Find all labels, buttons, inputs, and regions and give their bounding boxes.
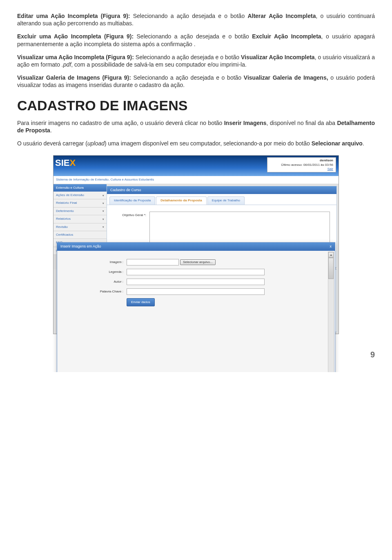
user-name: denilson bbox=[270, 158, 333, 163]
user-box: denilson Último acesso: 06/01/2011 às 03… bbox=[267, 157, 336, 172]
legenda-input[interactable] bbox=[127, 269, 265, 275]
sidebar-label: Certificados bbox=[56, 233, 73, 237]
paragraph-inserir-info: Para inserir imagens no cadastro de uma … bbox=[17, 119, 375, 134]
modal-title: Inserir Imagens em Ação bbox=[60, 244, 101, 249]
p3-lead: Visualizar uma Ação Incompleta (Figura 9… bbox=[17, 54, 136, 60]
logo-text-b: X bbox=[69, 158, 76, 168]
chevron-down-icon: ▾ bbox=[102, 217, 104, 221]
figure-wrapper: SIEX denilson Último acesso: 06/01/2011 … bbox=[17, 155, 375, 347]
logo-text-a: SIE bbox=[55, 158, 69, 168]
tab-identificacao[interactable]: Identificação da Proposta bbox=[109, 196, 155, 204]
p6-d: Selecionar arquivo bbox=[312, 140, 363, 147]
palavra-input[interactable] bbox=[127, 288, 265, 295]
paragraph-galeria: Visualizar Galeria de Imagens (Figura 9)… bbox=[17, 74, 375, 89]
heading-cadastro-imagens: CADASTRO DE IMAGENS bbox=[17, 96, 375, 114]
sidebar-item-relatorio[interactable]: Relatório Final▾ bbox=[53, 199, 107, 207]
paragraph-upload-info: O usuário deverá carregar (upload) uma i… bbox=[17, 140, 375, 147]
imagem-label: Imagem : bbox=[62, 260, 127, 264]
main-title: Cadastro de Curso bbox=[107, 186, 336, 194]
p4-lead: Visualizar Galeria de Imagens (Figura 9)… bbox=[17, 74, 134, 81]
sidebar-label: Deferimento bbox=[56, 209, 74, 213]
palavra-row: Palavra-Chave : bbox=[62, 288, 330, 295]
sidebar-item-certificados[interactable]: Certificados bbox=[53, 231, 107, 239]
siex-screenshot: SIEX denilson Último acesso: 06/01/2011 … bbox=[53, 155, 339, 334]
scroll-thumb[interactable] bbox=[328, 258, 334, 279]
scroll-up-icon[interactable]: ▴ bbox=[328, 252, 334, 258]
sidebar-item-revisao[interactable]: Revisão▾ bbox=[53, 223, 107, 231]
p2-a: Selecionando a ação desejada e o botão bbox=[137, 33, 252, 40]
enviar-dados-button[interactable]: Enviar dados bbox=[127, 298, 155, 306]
p5-e: . bbox=[50, 127, 52, 134]
objetivo-label: Objetivo Geral *: bbox=[114, 212, 146, 217]
app-subheader: Sistema de Informação de Extensão, Cultu… bbox=[53, 176, 339, 184]
submit-row: Enviar dados bbox=[62, 298, 330, 306]
paragraph-visualizar: Visualizar uma Ação Incompleta (Figura 9… bbox=[17, 54, 375, 68]
tab-equipe[interactable]: Equipe de Trabalho bbox=[207, 196, 245, 204]
sidebar-item-relatorios[interactable]: Relatórios▾ bbox=[53, 215, 107, 223]
sidebar-label: Relatório Final bbox=[56, 201, 77, 205]
imagem-input[interactable] bbox=[127, 259, 179, 265]
chevron-down-icon: ▾ bbox=[102, 209, 104, 213]
main-tabs: Identificação da Proposta Detalhamento d… bbox=[107, 194, 336, 204]
modal-header: Inserir Imagens em Ação x bbox=[57, 243, 335, 251]
p4-btn: Visualizar Galeria de Imagens, bbox=[244, 74, 330, 81]
logout-link[interactable]: Sair bbox=[327, 167, 333, 171]
paragraph-editar: Editar uma Ação Incompleta (Figura 9): S… bbox=[17, 12, 375, 27]
p3-btn: Visualizar Ação Incompleta bbox=[241, 54, 315, 60]
modal-body: Imagem : Selecionar arquivo... Legenda :… bbox=[57, 251, 335, 372]
p3-a: Selecionando a ação desejada e o botão bbox=[136, 54, 241, 60]
p5-b: Inserir Imagens bbox=[224, 120, 267, 126]
p2-btn: Excluir Ação Incompleta bbox=[252, 33, 321, 40]
chevron-down-icon: ▾ bbox=[102, 201, 104, 205]
p4-a: Selecionando a ação desejada e o botão bbox=[134, 74, 244, 81]
chevron-down-icon: ▾ bbox=[102, 225, 104, 229]
chevron-down-icon: ▾ bbox=[102, 194, 104, 197]
inserir-imagens-modal: Inserir Imagens em Ação x Imagem : Selec… bbox=[57, 242, 335, 372]
imagem-row: Imagem : Selecionar arquivo... bbox=[62, 259, 330, 265]
p1-lead: Editar uma Ação Incompleta (Figura 9): bbox=[17, 13, 133, 19]
sidebar-header: Extensão e Cultura bbox=[53, 184, 107, 192]
p3-pdf: .pdf bbox=[62, 61, 71, 68]
modal-close-icon[interactable]: x bbox=[330, 244, 332, 249]
sidebar-label: Ações de Extensão bbox=[56, 193, 84, 197]
p6-a: O usuário deverá carregar ( bbox=[17, 140, 87, 147]
p6-c: ) uma imagem disponível em seu computado… bbox=[105, 140, 312, 147]
siex-logo: SIEX bbox=[55, 157, 76, 169]
legenda-label: Legenda : bbox=[62, 270, 127, 274]
autor-row: Autor : bbox=[62, 279, 330, 285]
sidebar-label: Revisão bbox=[56, 225, 68, 229]
autor-label: Autor : bbox=[62, 280, 127, 284]
sidebar-label: Relatórios bbox=[56, 217, 71, 221]
tab-detalhamento[interactable]: Detalhamento da Proposta bbox=[156, 196, 206, 204]
app-header: SIEX denilson Último acesso: 06/01/2011 … bbox=[53, 156, 339, 176]
autor-input[interactable] bbox=[127, 279, 265, 285]
legenda-row: Legenda : bbox=[62, 269, 330, 275]
modal-scrollbar[interactable]: ▴ ▾ bbox=[328, 252, 334, 372]
sidebar-item-acoes[interactable]: Ações de Extensão▾ bbox=[53, 192, 107, 199]
palavra-label: Palavra-Chave : bbox=[62, 290, 127, 294]
p1-btn: Alterar Ação Incompleta bbox=[247, 13, 316, 19]
p2-lead: Excluir uma Ação Incompleta (Figura 9): bbox=[17, 33, 137, 40]
p1-a: Selecionando a ação desejada e o botão bbox=[133, 13, 248, 19]
user-last-access: Último acesso: 06/01/2011 às 03:56 bbox=[270, 163, 333, 167]
p5-a: Para inserir imagens no cadastro de uma … bbox=[17, 120, 224, 126]
p5-c: , disponível no final da aba bbox=[267, 120, 337, 126]
paragraph-excluir: Excluir uma Ação Incompleta (Figura 9): … bbox=[17, 33, 375, 47]
selecionar-arquivo-button[interactable]: Selecionar arquivo... bbox=[180, 259, 216, 265]
p3-e: , com a possibilidade de salvá-la em seu… bbox=[71, 61, 247, 68]
p6-e: . bbox=[363, 140, 364, 147]
sidebar-item-deferimento[interactable]: Deferimento▾ bbox=[53, 207, 107, 215]
p6-b: upload bbox=[87, 140, 105, 147]
